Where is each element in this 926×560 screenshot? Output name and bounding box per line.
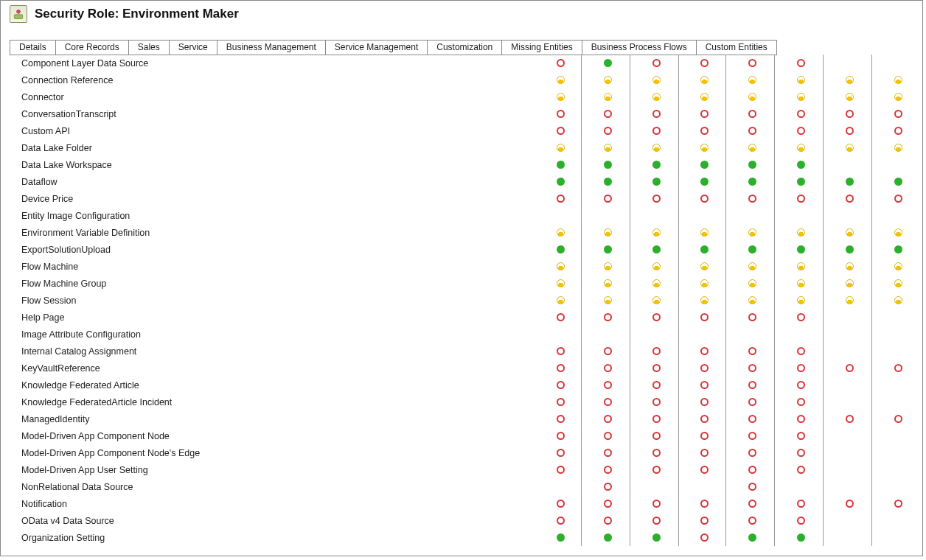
permission-cell[interactable] — [728, 512, 776, 529]
permission-cell[interactable] — [776, 360, 825, 377]
permission-cell[interactable] — [680, 275, 728, 292]
permission-cell[interactable] — [680, 71, 728, 88]
permission-cell[interactable] — [583, 258, 632, 275]
permission-cell[interactable] — [680, 241, 728, 258]
permission-cell[interactable] — [680, 258, 728, 275]
permission-cell[interactable] — [680, 156, 728, 173]
permission-cell[interactable] — [583, 529, 632, 546]
permission-cell[interactable] — [680, 292, 728, 309]
permission-cell[interactable] — [825, 224, 874, 241]
permission-cell[interactable] — [632, 71, 680, 88]
permission-cell[interactable] — [825, 410, 874, 427]
tab-custom-entities[interactable]: Custom Entities — [697, 40, 777, 55]
permission-cell[interactable] — [632, 241, 680, 258]
permission-cell[interactable] — [537, 241, 583, 258]
tab-business-process-flows[interactable]: Business Process Flows — [582, 40, 697, 55]
permission-cell[interactable] — [583, 275, 632, 292]
permission-cell[interactable] — [632, 122, 680, 139]
permission-cell[interactable] — [583, 55, 632, 71]
permission-cell[interactable] — [680, 427, 728, 444]
permission-cell[interactable] — [776, 71, 825, 88]
permission-cell[interactable] — [632, 393, 680, 410]
permission-cell[interactable] — [776, 512, 825, 529]
permission-cell[interactable] — [874, 122, 922, 139]
permission-cell[interactable] — [632, 139, 680, 156]
permission-cell[interactable] — [632, 105, 680, 122]
tab-service-management[interactable]: Service Management — [326, 40, 428, 55]
permission-cell[interactable] — [537, 461, 583, 478]
permission-cell[interactable] — [537, 258, 583, 275]
permission-cell[interactable] — [537, 71, 583, 88]
permission-cell[interactable] — [776, 139, 825, 156]
permission-cell[interactable] — [680, 55, 728, 71]
permission-cell[interactable] — [825, 275, 874, 292]
permission-cell[interactable] — [776, 461, 825, 478]
permission-cell[interactable] — [728, 410, 776, 427]
permission-cell[interactable] — [776, 55, 825, 71]
tab-details[interactable]: Details — [10, 40, 56, 55]
permission-cell[interactable] — [728, 105, 776, 122]
permission-cell[interactable] — [776, 88, 825, 105]
tab-sales[interactable]: Sales — [129, 40, 170, 55]
permission-cell[interactable] — [632, 292, 680, 309]
permission-cell[interactable] — [632, 495, 680, 512]
permission-cell[interactable] — [776, 309, 825, 326]
permission-cell[interactable] — [583, 190, 632, 207]
permission-cell[interactable] — [583, 478, 632, 495]
permission-cell[interactable] — [632, 173, 680, 190]
permission-cell[interactable] — [776, 275, 825, 292]
permission-cell[interactable] — [583, 224, 632, 241]
permission-cell[interactable] — [680, 173, 728, 190]
tab-core-records[interactable]: Core Records — [56, 40, 129, 55]
permission-cell[interactable] — [680, 105, 728, 122]
permission-cell[interactable] — [680, 410, 728, 427]
permission-cell[interactable] — [632, 427, 680, 444]
permission-cell[interactable] — [776, 241, 825, 258]
permission-cell[interactable] — [632, 410, 680, 427]
permission-cell[interactable] — [537, 393, 583, 410]
permission-cell[interactable] — [680, 529, 728, 546]
permission-cell[interactable] — [537, 190, 583, 207]
permission-cell[interactable] — [537, 410, 583, 427]
permission-cell[interactable] — [583, 410, 632, 427]
permission-cell[interactable] — [874, 139, 922, 156]
permission-cell[interactable] — [874, 71, 922, 88]
permission-cell[interactable] — [537, 309, 583, 326]
permission-cell[interactable] — [537, 122, 583, 139]
permission-cell[interactable] — [632, 88, 680, 105]
permission-cell[interactable] — [583, 444, 632, 461]
permission-cell[interactable] — [728, 241, 776, 258]
permission-cell[interactable] — [583, 512, 632, 529]
permission-cell[interactable] — [537, 224, 583, 241]
permission-cell[interactable] — [680, 393, 728, 410]
permission-cell[interactable] — [680, 512, 728, 529]
permission-cell[interactable] — [583, 461, 632, 478]
permission-cell[interactable] — [728, 173, 776, 190]
permission-cell[interactable] — [728, 258, 776, 275]
permission-cell[interactable] — [825, 292, 874, 309]
tab-business-management[interactable]: Business Management — [217, 40, 326, 55]
permission-cell[interactable] — [632, 275, 680, 292]
permission-cell[interactable] — [776, 258, 825, 275]
permission-cell[interactable] — [728, 393, 776, 410]
permission-cell[interactable] — [776, 105, 825, 122]
permission-cell[interactable] — [680, 444, 728, 461]
permission-cell[interactable] — [632, 512, 680, 529]
permission-cell[interactable] — [583, 173, 632, 190]
permission-cell[interactable] — [680, 309, 728, 326]
permission-cell[interactable] — [537, 377, 583, 393]
permission-cell[interactable] — [680, 139, 728, 156]
permission-cell[interactable] — [583, 393, 632, 410]
permission-cell[interactable] — [728, 190, 776, 207]
permission-cell[interactable] — [583, 343, 632, 360]
permission-cell[interactable] — [728, 156, 776, 173]
permission-cell[interactable] — [583, 377, 632, 393]
permission-cell[interactable] — [776, 190, 825, 207]
permission-cell[interactable] — [680, 495, 728, 512]
permission-cell[interactable] — [776, 393, 825, 410]
permission-cell[interactable] — [537, 495, 583, 512]
permission-cell[interactable] — [825, 173, 874, 190]
permission-cell[interactable] — [825, 88, 874, 105]
permission-cell[interactable] — [537, 55, 583, 71]
permission-cell[interactable] — [728, 292, 776, 309]
